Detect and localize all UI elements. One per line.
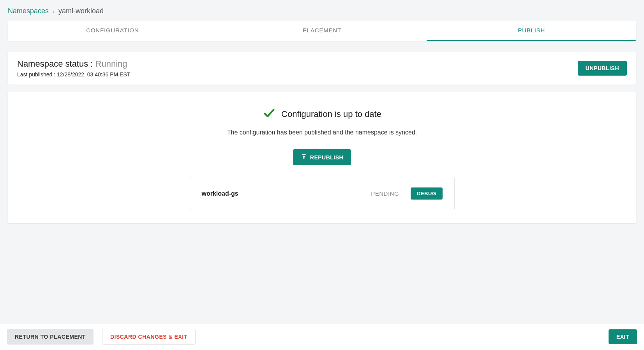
status-card: Namespace status : Running Last publishe… (8, 52, 636, 85)
unpublish-button[interactable]: UNPUBLISH (578, 61, 627, 76)
workload-name: workload-gs (202, 190, 238, 197)
last-published: Last published : 12/28/2022, 03:40:36 PM… (17, 71, 130, 78)
workload-status: PENDING (371, 190, 399, 197)
tabs: CONFIGURATION PLACEMENT PUBLISH (8, 21, 636, 41)
namespace-status-title: Namespace status : Running (17, 59, 130, 69)
tab-placement[interactable]: PLACEMENT (217, 21, 427, 41)
discard-changes-exit-button[interactable]: DISCARD CHANGES & EXIT (102, 329, 196, 345)
breadcrumb: Namespaces › yaml-workload (8, 4, 636, 21)
config-description: The configuration has been published and… (17, 129, 627, 136)
tab-publish[interactable]: PUBLISH (427, 21, 636, 41)
footer: RETURN TO PLACEMENT DISCARD CHANGES & EX… (0, 323, 644, 350)
workload-item-row: workload-gs PENDING DEBUG (190, 177, 455, 210)
return-to-placement-button[interactable]: RETURN TO PLACEMENT (7, 329, 94, 345)
config-heading-text: Configuration is up to date (281, 109, 381, 119)
republish-button[interactable]: REPUBLISH (293, 149, 351, 165)
svg-rect-0 (302, 154, 305, 155)
last-published-value: 12/28/2022, 03:40:36 PM EST (57, 71, 130, 78)
breadcrumb-current: yaml-workload (58, 7, 104, 15)
namespace-status-value: Running (95, 59, 127, 69)
breadcrumb-root-link[interactable]: Namespaces (8, 7, 49, 15)
upload-icon (301, 154, 307, 161)
namespace-status-label: Namespace status : (17, 59, 95, 69)
republish-label: REPUBLISH (310, 154, 343, 161)
debug-button[interactable]: DEBUG (411, 187, 442, 200)
config-heading: Configuration is up to date (263, 106, 381, 122)
check-icon (263, 106, 276, 122)
tab-configuration[interactable]: CONFIGURATION (8, 21, 217, 41)
exit-button[interactable]: EXIT (609, 329, 637, 344)
last-published-label: Last published : (17, 71, 57, 78)
main-card: Configuration is up to date The configur… (8, 92, 636, 223)
breadcrumb-separator: › (53, 8, 55, 14)
